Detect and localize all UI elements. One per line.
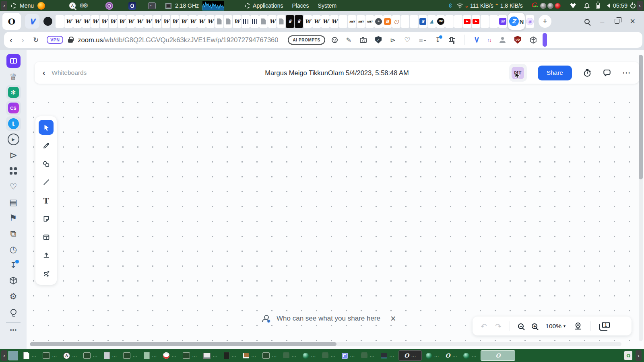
extension-ublock-icon[interactable]: UD <box>514 36 521 44</box>
zoom-out-button[interactable]: − <box>518 323 524 329</box>
snapshot-camera-icon[interactable] <box>360 38 367 43</box>
task-folder[interactable]: … <box>320 350 338 361</box>
undo-button[interactable]: ↶ <box>481 322 487 331</box>
sidebar-flow-button[interactable]: ⧉ <box>10 226 17 241</box>
sidebar-settings-button[interactable]: ⚙ <box>10 288 17 304</box>
applications-menu[interactable]: Applications <box>245 2 283 9</box>
task-folder[interactable]: … <box>281 350 299 361</box>
tab-crown[interactable]: ♛ <box>286 15 294 28</box>
zoom-in-button[interactable]: + <box>532 323 537 329</box>
sidebar-messenger-button[interactable]: ⊳ <box>9 147 17 163</box>
share-button[interactable]: Share <box>538 66 572 80</box>
sidebar-news-button[interactable]: ▤ <box>9 194 17 210</box>
tab-globe[interactable]: ≈ <box>374 15 383 28</box>
sidebar-twitter-button[interactable]: t <box>6 116 21 132</box>
tab-uv[interactable]: UV <box>436 15 445 28</box>
tab-nist[interactable]: NIST <box>365 15 374 28</box>
tray-lens-icon[interactable] <box>547 3 553 9</box>
vertical-scrollbar[interactable] <box>639 55 643 341</box>
maximize-button[interactable] <box>615 19 619 24</box>
forward-button[interactable]: › <box>21 35 24 45</box>
tab-document[interactable] <box>259 15 268 28</box>
tab-nist[interactable]: NIST <box>357 15 365 28</box>
task-file-manager[interactable]: … <box>201 350 220 361</box>
task-terminal[interactable]: … <box>41 350 59 361</box>
bookmark-edit-icon[interactable]: ✎ <box>346 36 351 44</box>
security-shield-icon[interactable]: ✓ <box>375 36 382 43</box>
minimap-pin-icon[interactable] <box>574 322 582 331</box>
task-clock-app[interactable]: … <box>161 350 179 361</box>
pinned-tab-vivaldi[interactable]: V <box>25 14 39 29</box>
task-window[interactable]: … <box>222 350 239 361</box>
sidebar-apps-button[interactable] <box>10 163 17 179</box>
zoom-level-dropdown[interactable]: 100%▾ <box>545 323 566 330</box>
tab-wikipedia[interactable]: W <box>109 15 117 28</box>
tab-wikipedia[interactable]: W <box>197 15 206 28</box>
tab-zoom-whiteboard-active[interactable]: ZN <box>508 13 525 30</box>
sidebar-chatgpt-button[interactable]: ✻ <box>6 84 21 100</box>
omnibox[interactable]: ‹ › ↻ VPN zoom.us/wb/db/G8Q2LGGVQu2k63kz… <box>4 32 642 48</box>
vpn-badge[interactable]: VPN <box>47 36 63 44</box>
tab-wikipedia[interactable]: W <box>73 15 82 28</box>
tab-wikipedia[interactable]: W <box>118 15 126 28</box>
task-terminal[interactable]: … <box>121 350 140 361</box>
task-opera-window[interactable]: O… <box>398 350 422 361</box>
sticky-note-tool[interactable] <box>39 212 54 226</box>
task-terminal[interactable]: … <box>260 350 279 361</box>
tab-wikipedia[interactable]: W <box>206 15 215 28</box>
wifi-icon[interactable] <box>456 3 463 8</box>
menu-button[interactable]: Menu <box>20 2 34 9</box>
tab-wikipedia[interactable]: W <box>162 15 170 28</box>
tab-youtube[interactable]: ▶ <box>463 15 471 28</box>
tab-wikipedia[interactable]: W <box>312 15 321 28</box>
redo-button[interactable]: ↷ <box>495 322 502 331</box>
tab-wikipedia[interactable]: W <box>171 15 179 28</box>
tab-wikipedia[interactable]: W <box>64 15 73 28</box>
whiteboards-breadcrumb[interactable]: Whiteboards <box>52 69 87 76</box>
firefox-icon[interactable] <box>37 2 45 10</box>
system-monitor-graph[interactable] <box>202 1 224 10</box>
search-tool-icon[interactable]: A <box>69 2 76 9</box>
tor-browser-icon[interactable] <box>105 2 113 10</box>
opera-menu-button[interactable]: O <box>2 13 21 30</box>
reading-list-icon[interactable]: ≡– <box>419 37 427 43</box>
whiteboard-title[interactable]: Margus Meigo TikkunOlam 5/4/2023, 5:58:4… <box>265 69 409 77</box>
sidebar-downloads-button[interactable]: ↧ <box>10 257 17 273</box>
frame-tool[interactable] <box>39 230 54 245</box>
sidebar-crown-button[interactable]: ♕ <box>10 69 17 84</box>
task-document[interactable]: … <box>102 350 119 361</box>
task-app-green[interactable]: … <box>301 350 318 361</box>
tab-wikipedia[interactable]: W <box>82 15 91 28</box>
tab-mountain[interactable]: ▲ <box>427 15 436 28</box>
tab-s-app[interactable]: S <box>419 15 427 28</box>
sidebar-history-button[interactable]: ◷ <box>10 241 17 257</box>
back-chevron-icon[interactable]: ‹ <box>43 68 45 77</box>
tab-wikipedia[interactable]: W <box>268 15 277 28</box>
upload-tool[interactable] <box>39 248 54 263</box>
horizontal-scrollbar-thumb[interactable] <box>30 342 336 346</box>
whiteboard-canvas[interactable] <box>27 90 638 343</box>
reload-button[interactable]: ↻ <box>33 36 39 44</box>
power-icon[interactable] <box>630 3 636 8</box>
more-options-icon[interactable]: ⋯ <box>622 68 631 78</box>
panel-collapse-left[interactable]: ‹ <box>1 1 7 10</box>
tab-wikipedia[interactable]: W <box>135 15 144 28</box>
task-media-app[interactable]: … <box>379 350 396 361</box>
downloads-icon[interactable]: ↧ <box>435 36 440 44</box>
shapes-tool[interactable] <box>39 156 54 171</box>
gmpx-tray-icon[interactable]: GMPX <box>531 2 539 10</box>
tab-document[interactable] <box>215 15 223 28</box>
task-opera-window[interactable]: O… <box>443 350 459 361</box>
minimize-button[interactable]: – <box>600 19 604 23</box>
timer-icon[interactable] <box>583 68 592 77</box>
ai-prompts-button[interactable]: AI PROMPTS <box>288 35 325 45</box>
tab-nist[interactable]: NIST <box>348 15 356 28</box>
comment-icon[interactable] <box>603 68 611 77</box>
tab-clock[interactable]: ◴ <box>392 15 400 28</box>
sidebar-ideas-button[interactable] <box>10 304 17 320</box>
tab-wikipedia[interactable]: W <box>330 15 339 28</box>
sidebar-player-button[interactable]: ▶ <box>8 132 19 147</box>
tab-equalizer[interactable] <box>250 15 259 28</box>
battery-icon[interactable] <box>596 3 600 9</box>
taskbar-collapse-right[interactable]: › <box>636 350 642 361</box>
